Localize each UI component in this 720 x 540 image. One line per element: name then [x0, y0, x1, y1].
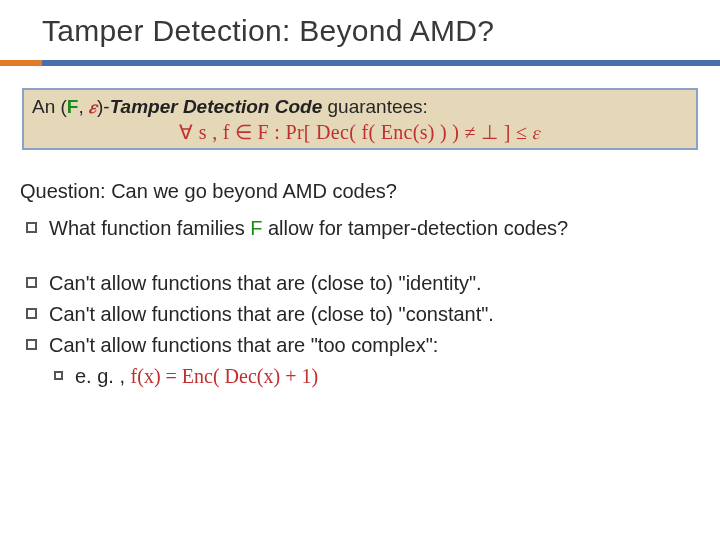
- accent-line: [0, 60, 720, 66]
- body: Question: Can we go beyond AMD codes? Wh…: [20, 178, 700, 390]
- bullet-1: What function families F allow for tampe…: [26, 215, 700, 242]
- bullet-square-icon: [26, 339, 37, 350]
- def-prefix: An (: [32, 96, 67, 117]
- def-guarantees: guarantees:: [322, 96, 428, 117]
- bullet-3: Can't allow functions that are (close to…: [26, 301, 700, 328]
- bullet-1-F: F: [250, 217, 262, 239]
- bullet-1-a: What function families: [49, 217, 250, 239]
- bullet-5-a: e. g. ,: [75, 365, 131, 387]
- slide: Tamper Detection: Beyond AMD? An (F, 𝜀)-…: [0, 0, 720, 540]
- bullet-5-fx: f(x) = Enc( Dec(x) + 1): [131, 365, 318, 387]
- definition-line-1: An (F, 𝜀)-Tamper Detection Code guarante…: [32, 96, 688, 118]
- def-comma: ,: [78, 96, 89, 117]
- bullet-2-text: Can't allow functions that are (close to…: [49, 270, 700, 297]
- bullet-5: e. g. , f(x) = Enc( Dec(x) + 1): [54, 363, 700, 390]
- def-close: )-: [97, 96, 110, 117]
- bullet-5-text: e. g. , f(x) = Enc( Dec(x) + 1): [75, 363, 700, 390]
- bullet-square-icon: [26, 222, 37, 233]
- definition-box: An (F, 𝜀)-Tamper Detection Code guarante…: [22, 88, 698, 150]
- accent-orange: [0, 60, 42, 66]
- def-F: F: [67, 96, 79, 117]
- def-epsilon: 𝜀: [89, 96, 97, 117]
- bullet-4: Can't allow functions that are "too comp…: [26, 332, 700, 359]
- bullet-1-text: What function families F allow for tampe…: [49, 215, 700, 242]
- title-area: Tamper Detection: Beyond AMD?: [0, 0, 720, 52]
- spacer: [20, 246, 700, 266]
- definition-formula: ∀ s , f ∈ F : Pr[ Dec( f( Enc(s) ) ) ≠ ⊥…: [32, 120, 688, 144]
- accent-blue: [42, 60, 720, 66]
- question-line: Question: Can we go beyond AMD codes?: [20, 178, 700, 205]
- bullet-4-text: Can't allow functions that are "too comp…: [49, 332, 700, 359]
- bullet-2: Can't allow functions that are (close to…: [26, 270, 700, 297]
- bullet-3-text: Can't allow functions that are (close to…: [49, 301, 700, 328]
- slide-title: Tamper Detection: Beyond AMD?: [42, 14, 720, 48]
- bullet-square-icon: [26, 277, 37, 288]
- bullet-square-icon: [26, 308, 37, 319]
- def-tdc: Tamper Detection Code: [110, 96, 323, 117]
- bullet-square-icon: [54, 371, 63, 380]
- bullet-1-b: allow for tamper-detection codes?: [262, 217, 568, 239]
